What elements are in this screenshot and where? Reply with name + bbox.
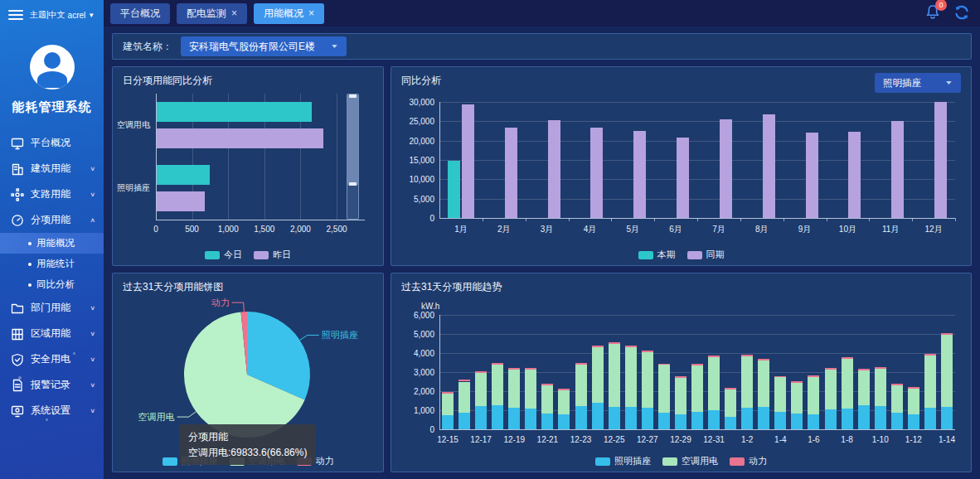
chevron-down-icon: ∨ — [90, 305, 95, 312]
stack-bar-1-7-空调用电 — [825, 370, 837, 409]
vbar-11月-同期 — [891, 121, 904, 218]
stack-bar-12-15-照明插座 — [442, 415, 454, 429]
stack-bar-12-19-照明插座 — [508, 408, 520, 429]
stack-bar-12-20-照明插座 — [525, 409, 536, 429]
stack-bar-12-19-空调用电 — [508, 370, 520, 408]
slider-handle-bottom[interactable] — [349, 182, 357, 186]
gauge-icon — [10, 213, 24, 227]
shield-icon — [10, 352, 24, 366]
slider-handle-top[interactable] — [349, 94, 357, 98]
datazoom-slider[interactable] — [347, 94, 359, 220]
sidebar-item-8[interactable]: 系统设置∨ — [0, 398, 104, 423]
stack-bar-12-25-照明插座 — [609, 407, 620, 429]
stack-bar-1-11-空调用电 — [891, 385, 903, 413]
document-icon — [10, 378, 24, 392]
sidebar-item-3[interactable]: 分项用能∧ — [0, 207, 104, 233]
stack-bar-12-27-照明插座 — [642, 408, 653, 429]
refresh-icon[interactable] — [953, 5, 970, 22]
stack-bar-12-23-空调用电 — [575, 365, 587, 406]
sidebar-item-label: 分项用能 — [31, 213, 83, 227]
legend-item-同期[interactable]: 同期 — [687, 249, 725, 261]
sidebar-item-2[interactable]: 支路用能∨ — [0, 181, 104, 207]
stack-bar-1-8-空调用电 — [842, 359, 853, 409]
stack-bar-12-20-空调用电 — [525, 370, 536, 409]
stack-bar-1-1-照明插座 — [725, 417, 736, 429]
sidebar-item-7[interactable]: 报警记录∨ — [0, 372, 104, 398]
hbar-照明插座-昨日 — [157, 191, 205, 211]
username-label: acrel — [68, 11, 86, 20]
close-icon[interactable]: × — [231, 7, 237, 19]
sidebar-item-4[interactable]: 部门用能∨ — [0, 295, 104, 321]
theme-language-label: 主题|中文 — [30, 9, 65, 21]
chevron-up-icon: ∧ — [90, 217, 95, 224]
sidebar-item-5[interactable]: 区域用能∨ — [0, 321, 104, 346]
legend-item-今日[interactable]: 今日 — [205, 249, 242, 261]
legend-item-照明插座[interactable]: 照明插座 — [595, 455, 651, 467]
stack-bar-1-10-动力 — [875, 367, 886, 369]
vbar-3月-同期 — [548, 120, 560, 218]
category-dropdown-value: 照明插座 — [883, 77, 921, 90]
stack-bar-12-16-动力 — [458, 380, 470, 381]
vbar-1月-本期 — [448, 161, 460, 218]
tab-label: 平台概况 — [120, 7, 160, 21]
stack-bar-12-22-动力 — [558, 389, 570, 390]
tab-配电监测[interactable]: 配电监测× — [177, 3, 247, 24]
tab-平台概况[interactable]: 平台概况 — [110, 3, 170, 24]
sidebar-item-label: 支路用能 — [31, 187, 83, 201]
stack-bar-1-10-照明插座 — [875, 406, 886, 429]
vbar-4月-同期 — [590, 128, 603, 218]
sidebar-menu: 平台概况建筑用能∨支路用能∨分项用能∧用能概况用能统计同比分析部门用能∨区域用能… — [0, 130, 104, 423]
hbar-空调用电-今日 — [157, 102, 312, 122]
avatar — [30, 45, 75, 90]
sidebar-item-label: 区域用能 — [31, 327, 83, 341]
pie-chart-31days: 照明插座空调用电动力分项用能空调用电:69833.6(66.86%)照明插座空调… — [113, 293, 383, 472]
stack-bar-12-30-照明插座 — [691, 412, 703, 429]
stack-bar-1-5-空调用电 — [791, 383, 803, 414]
sidebar-subitem-用能概况[interactable]: 用能概况 — [0, 233, 104, 254]
category-dropdown[interactable]: 照明插座 ▼ — [875, 73, 961, 93]
stack-bar-1-14-照明插座 — [941, 407, 953, 429]
stack-bar-1-4-空调用电 — [774, 377, 786, 411]
legend-item-本期[interactable]: 本期 — [638, 249, 676, 261]
chart-legend: 照明插座空调用电动力 — [391, 455, 971, 467]
sidebar-subitem-用能统计[interactable]: 用能统计 — [0, 254, 104, 274]
stack-bar-1-1-动力 — [725, 388, 736, 389]
panel-title: 日分项用能同比分析 — [123, 74, 212, 88]
tab-用能概况[interactable]: 用能概况× — [254, 3, 324, 24]
legend-item-昨日[interactable]: 昨日 — [254, 249, 291, 261]
stack-bar-12-27-动力 — [642, 351, 653, 352]
language-theme-switch[interactable]: 主题|中文 acrel ▼ — [30, 9, 95, 21]
sidebar-item-label: 建筑用能 — [31, 162, 83, 176]
legend-item-空调用电[interactable]: 空调用电 — [662, 455, 718, 467]
legend-item-动力[interactable]: 动力 — [730, 455, 767, 467]
stack-bar-12-16-照明插座 — [458, 413, 470, 429]
stack-bar-12-21-照明插座 — [541, 414, 553, 429]
stack-bar-12-31-照明插座 — [708, 410, 720, 429]
building-select[interactable]: 安科瑞电气股份有限公司E楼 ▼ — [181, 36, 347, 56]
tab-label: 用能概况 — [264, 7, 303, 21]
sidebar-subitem-同比分析[interactable]: 同比分析 — [0, 274, 104, 295]
stack-bar-12-30-动力 — [691, 364, 703, 365]
chevron-down-icon: ▼ — [944, 80, 953, 86]
stack-bar-12-23-照明插座 — [575, 406, 587, 429]
stack-bar-1-14-空调用电 — [941, 335, 953, 407]
hbar-照明插座-今日 — [157, 165, 210, 185]
y-axis-unit: kW.h — [421, 302, 439, 311]
stack-bar-12-19-动力 — [508, 368, 520, 370]
stack-bar-1-13-照明插座 — [924, 408, 936, 429]
stack-bar-12-28-照明插座 — [658, 413, 670, 429]
chevron-down-icon: ∨ — [90, 331, 95, 337]
stack-bar-1-3-照明插座 — [758, 407, 769, 429]
bullet-icon — [28, 263, 32, 266]
notifications-bell-icon[interactable]: 0 — [925, 4, 940, 22]
sidebar-item-0[interactable]: 平台概况 — [0, 130, 104, 156]
stack-bar-12-24-空调用电 — [592, 347, 604, 402]
close-icon[interactable]: × — [308, 7, 314, 19]
menu-toggle-icon[interactable] — [8, 7, 23, 22]
panel-trend-31days: 过去31天分项用能趋势 kW.h01,0002,0003,0004,0005,0… — [391, 273, 972, 472]
sidebar-item-6[interactable]: 安全用电∨ — [0, 346, 104, 372]
chevron-down-icon: ∨ — [90, 408, 95, 414]
stack-bar-1-12-空调用电 — [908, 389, 919, 414]
sidebar-item-1[interactable]: 建筑用能∨ — [0, 156, 104, 181]
stack-bar-12-31-空调用电 — [708, 357, 720, 410]
